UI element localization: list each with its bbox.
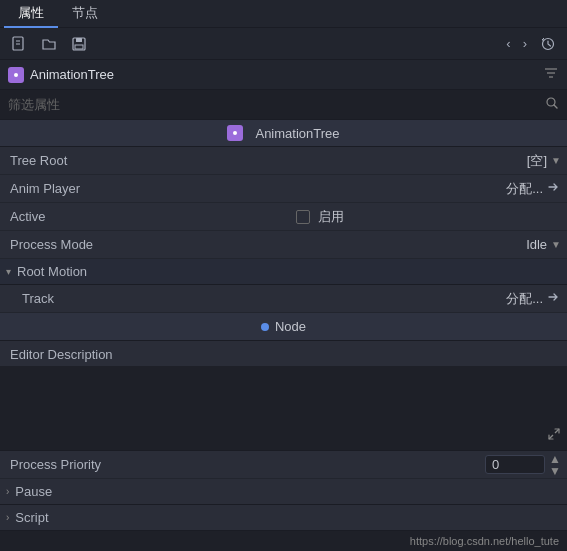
tab-nodes[interactable]: 节点: [58, 0, 112, 28]
root-motion-group[interactable]: ▾ Root Motion: [0, 259, 567, 285]
prop-row-active: Active 启用: [0, 203, 567, 231]
save-button[interactable]: [66, 33, 92, 55]
pause-chevron: ›: [6, 486, 9, 497]
active-value[interactable]: 启用: [290, 208, 567, 226]
node-section-row: Node: [0, 313, 567, 341]
node-title: AnimationTree: [30, 67, 114, 82]
prop-row-track: Track 分配...: [0, 285, 567, 313]
toolbar: ‹ ›: [0, 28, 567, 60]
process-priority-label: Process Priority: [0, 457, 290, 472]
open-button[interactable]: [36, 33, 62, 55]
spin-down-icon[interactable]: ▼: [549, 465, 561, 477]
filter-icon[interactable]: [543, 65, 559, 84]
svg-line-13: [554, 105, 557, 108]
script-chevron: ›: [6, 512, 9, 523]
section-title: AnimationTree: [255, 126, 339, 141]
prop-row-anim-player: Anim Player 分配...: [0, 175, 567, 203]
tab-properties[interactable]: 属性: [4, 0, 58, 28]
editor-desc-label: Editor Description: [0, 341, 567, 366]
svg-point-8: [14, 73, 18, 77]
new-button[interactable]: [6, 33, 32, 55]
nav-prev-button[interactable]: ‹: [502, 34, 514, 53]
pause-label: Pause: [15, 484, 52, 499]
tree-root-chevron[interactable]: ▼: [551, 155, 561, 166]
tree-root-value[interactable]: [空] ▼: [290, 152, 567, 170]
node-dot-icon: [261, 323, 269, 331]
tab-bar: 属性 节点: [0, 0, 567, 28]
spin-buttons[interactable]: ▲ ▼: [549, 453, 561, 477]
node-section-label: Node: [275, 319, 306, 334]
history-button[interactable]: [535, 33, 561, 55]
status-text: https://blog.csdn.net/hello_tute: [410, 535, 559, 547]
root-motion-label: Root Motion: [17, 264, 87, 279]
track-assign-icon[interactable]: [547, 290, 561, 307]
prop-row-process-priority: Process Priority ▲ ▼: [0, 451, 567, 479]
process-priority-input[interactable]: [485, 455, 545, 474]
active-label: Active: [0, 209, 290, 224]
node-title-bar: AnimationTree: [0, 60, 567, 90]
anim-player-assign-icon[interactable]: [547, 180, 561, 197]
expand-icon[interactable]: [547, 427, 561, 444]
status-bar: https://blog.csdn.net/hello_tute: [0, 531, 567, 551]
spin-up-icon[interactable]: ▲: [549, 453, 561, 465]
track-label: Track: [0, 291, 290, 306]
svg-point-15: [233, 131, 237, 135]
track-value[interactable]: 分配...: [290, 290, 567, 308]
svg-rect-5: [75, 45, 83, 49]
anim-player-label: Anim Player: [0, 181, 290, 196]
pause-row[interactable]: › Pause: [0, 479, 567, 505]
prop-row-process-mode: Process Mode Idle ▼: [0, 231, 567, 259]
search-icon: [545, 96, 559, 113]
root-motion-chevron: ▾: [6, 266, 11, 277]
svg-rect-4: [76, 38, 82, 42]
node-icon: [8, 67, 24, 83]
script-label: Script: [15, 510, 48, 525]
active-checkbox[interactable]: [296, 210, 310, 224]
tree-root-label: Tree Root: [0, 153, 290, 168]
search-input[interactable]: [8, 97, 545, 112]
process-mode-value[interactable]: Idle ▼: [290, 237, 567, 252]
section-header: AnimationTree: [0, 120, 567, 147]
search-bar: [0, 90, 567, 120]
script-row[interactable]: › Script: [0, 505, 567, 531]
process-priority-value: ▲ ▼: [290, 453, 567, 477]
anim-player-value[interactable]: 分配...: [290, 180, 567, 198]
section-icon: [227, 125, 243, 141]
process-mode-label: Process Mode: [0, 237, 290, 252]
process-mode-chevron[interactable]: ▼: [551, 239, 561, 250]
editor-desc-area[interactable]: [0, 366, 567, 451]
prop-row-tree-root: Tree Root [空] ▼: [0, 147, 567, 175]
nav-next-button[interactable]: ›: [519, 34, 531, 53]
